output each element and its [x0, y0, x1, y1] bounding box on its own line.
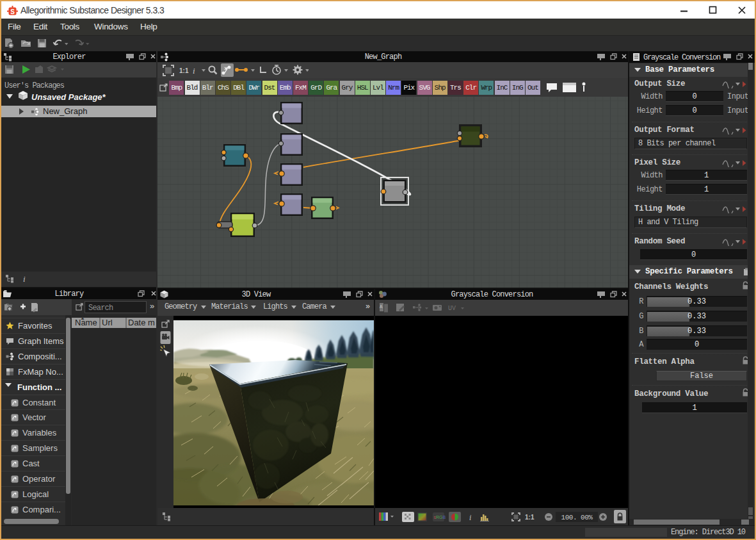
svg-text:sRGB: sRGB [434, 515, 446, 520]
svg-text:100. 00%: 100. 00% [561, 514, 593, 521]
svg-text:1:1: 1:1 [525, 514, 535, 521]
svg-text:S: S [10, 8, 15, 15]
svg-text:i: i [23, 274, 26, 284]
svg-text:1:1: 1:1 [179, 67, 189, 74]
svg-text:i: i [469, 513, 471, 522]
svg-text:i: i [193, 66, 195, 76]
svg-text:A: A [380, 304, 383, 309]
svg-text:UV: UV [448, 305, 456, 312]
